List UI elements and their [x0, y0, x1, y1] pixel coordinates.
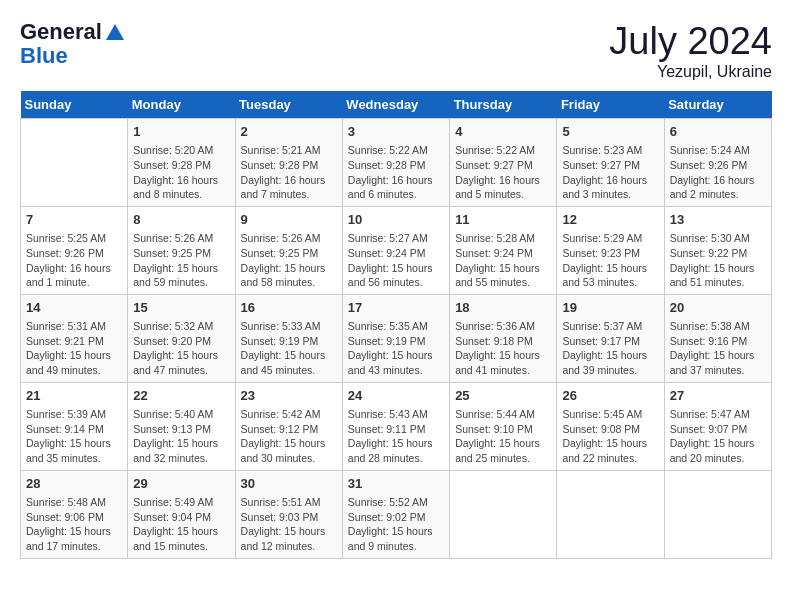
day-info: Sunrise: 5:39 AM Sunset: 9:14 PM Dayligh… [26, 407, 122, 466]
day-number: 7 [26, 211, 122, 229]
day-info: Sunrise: 5:38 AM Sunset: 9:16 PM Dayligh… [670, 319, 766, 378]
day-info: Sunrise: 5:31 AM Sunset: 9:21 PM Dayligh… [26, 319, 122, 378]
day-info: Sunrise: 5:42 AM Sunset: 9:12 PM Dayligh… [241, 407, 337, 466]
logo-text: General [20, 20, 128, 44]
calendar-cell: 9Sunrise: 5:26 AM Sunset: 9:25 PM Daylig… [235, 206, 342, 294]
page-header: General Blue July 2024 Yezupil, Ukraine [20, 20, 772, 81]
calendar-cell: 16Sunrise: 5:33 AM Sunset: 9:19 PM Dayli… [235, 294, 342, 382]
weekday-header-monday: Monday [128, 91, 235, 119]
day-number: 23 [241, 387, 337, 405]
weekday-header-sunday: Sunday [21, 91, 128, 119]
week-row-5: 28Sunrise: 5:48 AM Sunset: 9:06 PM Dayli… [21, 470, 772, 558]
weekday-header-saturday: Saturday [664, 91, 771, 119]
day-info: Sunrise: 5:40 AM Sunset: 9:13 PM Dayligh… [133, 407, 229, 466]
day-info: Sunrise: 5:23 AM Sunset: 9:27 PM Dayligh… [562, 143, 658, 202]
weekday-header-wednesday: Wednesday [342, 91, 449, 119]
calendar-cell [450, 470, 557, 558]
day-info: Sunrise: 5:44 AM Sunset: 9:10 PM Dayligh… [455, 407, 551, 466]
calendar-cell: 20Sunrise: 5:38 AM Sunset: 9:16 PM Dayli… [664, 294, 771, 382]
day-info: Sunrise: 5:35 AM Sunset: 9:19 PM Dayligh… [348, 319, 444, 378]
day-info: Sunrise: 5:52 AM Sunset: 9:02 PM Dayligh… [348, 495, 444, 554]
calendar-cell: 12Sunrise: 5:29 AM Sunset: 9:23 PM Dayli… [557, 206, 664, 294]
calendar-cell: 4Sunrise: 5:22 AM Sunset: 9:27 PM Daylig… [450, 119, 557, 207]
day-info: Sunrise: 5:48 AM Sunset: 9:06 PM Dayligh… [26, 495, 122, 554]
logo-blue: Blue [20, 44, 128, 68]
day-info: Sunrise: 5:32 AM Sunset: 9:20 PM Dayligh… [133, 319, 229, 378]
weekday-header-row: SundayMondayTuesdayWednesdayThursdayFrid… [21, 91, 772, 119]
week-row-3: 14Sunrise: 5:31 AM Sunset: 9:21 PM Dayli… [21, 294, 772, 382]
day-number: 19 [562, 299, 658, 317]
day-number: 8 [133, 211, 229, 229]
day-number: 3 [348, 123, 444, 141]
week-row-1: 1Sunrise: 5:20 AM Sunset: 9:28 PM Daylig… [21, 119, 772, 207]
day-number: 9 [241, 211, 337, 229]
day-info: Sunrise: 5:20 AM Sunset: 9:28 PM Dayligh… [133, 143, 229, 202]
day-info: Sunrise: 5:51 AM Sunset: 9:03 PM Dayligh… [241, 495, 337, 554]
calendar-cell: 3Sunrise: 5:22 AM Sunset: 9:28 PM Daylig… [342, 119, 449, 207]
calendar-cell: 30Sunrise: 5:51 AM Sunset: 9:03 PM Dayli… [235, 470, 342, 558]
day-number: 17 [348, 299, 444, 317]
day-number: 25 [455, 387, 551, 405]
calendar-cell: 19Sunrise: 5:37 AM Sunset: 9:17 PM Dayli… [557, 294, 664, 382]
calendar-cell [557, 470, 664, 558]
calendar-cell [664, 470, 771, 558]
day-info: Sunrise: 5:25 AM Sunset: 9:26 PM Dayligh… [26, 231, 122, 290]
svg-marker-0 [106, 24, 124, 40]
calendar-cell: 21Sunrise: 5:39 AM Sunset: 9:14 PM Dayli… [21, 382, 128, 470]
calendar-cell: 25Sunrise: 5:44 AM Sunset: 9:10 PM Dayli… [450, 382, 557, 470]
calendar-cell: 18Sunrise: 5:36 AM Sunset: 9:18 PM Dayli… [450, 294, 557, 382]
day-info: Sunrise: 5:22 AM Sunset: 9:27 PM Dayligh… [455, 143, 551, 202]
day-info: Sunrise: 5:30 AM Sunset: 9:22 PM Dayligh… [670, 231, 766, 290]
day-info: Sunrise: 5:29 AM Sunset: 9:23 PM Dayligh… [562, 231, 658, 290]
day-number: 10 [348, 211, 444, 229]
month-title: July 2024 [609, 20, 772, 63]
day-number: 31 [348, 475, 444, 493]
logo: General Blue [20, 20, 128, 68]
day-number: 16 [241, 299, 337, 317]
day-number: 12 [562, 211, 658, 229]
week-row-4: 21Sunrise: 5:39 AM Sunset: 9:14 PM Dayli… [21, 382, 772, 470]
day-info: Sunrise: 5:26 AM Sunset: 9:25 PM Dayligh… [133, 231, 229, 290]
calendar-cell: 24Sunrise: 5:43 AM Sunset: 9:11 PM Dayli… [342, 382, 449, 470]
day-info: Sunrise: 5:28 AM Sunset: 9:24 PM Dayligh… [455, 231, 551, 290]
day-info: Sunrise: 5:45 AM Sunset: 9:08 PM Dayligh… [562, 407, 658, 466]
calendar-cell: 1Sunrise: 5:20 AM Sunset: 9:28 PM Daylig… [128, 119, 235, 207]
day-number: 18 [455, 299, 551, 317]
day-number: 20 [670, 299, 766, 317]
calendar-cell: 6Sunrise: 5:24 AM Sunset: 9:26 PM Daylig… [664, 119, 771, 207]
weekday-header-tuesday: Tuesday [235, 91, 342, 119]
day-number: 27 [670, 387, 766, 405]
location-title: Yezupil, Ukraine [609, 63, 772, 81]
day-info: Sunrise: 5:47 AM Sunset: 9:07 PM Dayligh… [670, 407, 766, 466]
day-number: 11 [455, 211, 551, 229]
day-info: Sunrise: 5:37 AM Sunset: 9:17 PM Dayligh… [562, 319, 658, 378]
day-info: Sunrise: 5:27 AM Sunset: 9:24 PM Dayligh… [348, 231, 444, 290]
calendar-cell: 29Sunrise: 5:49 AM Sunset: 9:04 PM Dayli… [128, 470, 235, 558]
day-number: 14 [26, 299, 122, 317]
calendar-cell [21, 119, 128, 207]
day-number: 1 [133, 123, 229, 141]
calendar-cell: 13Sunrise: 5:30 AM Sunset: 9:22 PM Dayli… [664, 206, 771, 294]
day-number: 6 [670, 123, 766, 141]
day-number: 15 [133, 299, 229, 317]
calendar-cell: 14Sunrise: 5:31 AM Sunset: 9:21 PM Dayli… [21, 294, 128, 382]
day-number: 30 [241, 475, 337, 493]
calendar-cell: 15Sunrise: 5:32 AM Sunset: 9:20 PM Dayli… [128, 294, 235, 382]
calendar-cell: 28Sunrise: 5:48 AM Sunset: 9:06 PM Dayli… [21, 470, 128, 558]
week-row-2: 7Sunrise: 5:25 AM Sunset: 9:26 PM Daylig… [21, 206, 772, 294]
day-info: Sunrise: 5:43 AM Sunset: 9:11 PM Dayligh… [348, 407, 444, 466]
logo-icon [104, 22, 126, 44]
day-number: 4 [455, 123, 551, 141]
calendar-cell: 8Sunrise: 5:26 AM Sunset: 9:25 PM Daylig… [128, 206, 235, 294]
calendar-cell: 5Sunrise: 5:23 AM Sunset: 9:27 PM Daylig… [557, 119, 664, 207]
day-number: 5 [562, 123, 658, 141]
calendar-cell: 27Sunrise: 5:47 AM Sunset: 9:07 PM Dayli… [664, 382, 771, 470]
day-number: 13 [670, 211, 766, 229]
calendar-cell: 11Sunrise: 5:28 AM Sunset: 9:24 PM Dayli… [450, 206, 557, 294]
day-info: Sunrise: 5:21 AM Sunset: 9:28 PM Dayligh… [241, 143, 337, 202]
calendar-cell: 17Sunrise: 5:35 AM Sunset: 9:19 PM Dayli… [342, 294, 449, 382]
day-info: Sunrise: 5:22 AM Sunset: 9:28 PM Dayligh… [348, 143, 444, 202]
calendar-cell: 31Sunrise: 5:52 AM Sunset: 9:02 PM Dayli… [342, 470, 449, 558]
calendar-cell: 10Sunrise: 5:27 AM Sunset: 9:24 PM Dayli… [342, 206, 449, 294]
day-number: 26 [562, 387, 658, 405]
